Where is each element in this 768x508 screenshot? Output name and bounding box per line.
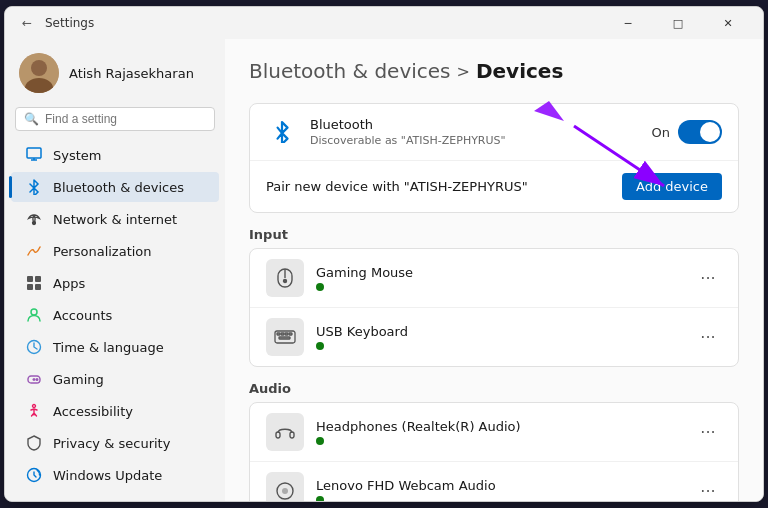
sidebar-item-apps[interactable]: Apps — [11, 268, 219, 298]
headphones-info: Headphones (Realtek(R) Audio) — [316, 419, 682, 445]
gaming-mouse-row: Gaming Mouse ··· — [250, 249, 738, 308]
window-controls: ─ □ ✕ — [605, 7, 751, 39]
add-device-action: Add device — [622, 173, 722, 200]
pair-text: Pair new device with "ATISH-ZEPHYRUS" — [266, 179, 610, 194]
sidebar-label-personalization: Personalization — [53, 244, 152, 259]
svg-point-11 — [31, 309, 37, 315]
svg-point-17 — [33, 405, 36, 408]
bluetooth-info: Bluetooth Discoverable as "ATISH-ZEPHYRU… — [310, 117, 640, 147]
sidebar-label-privacy: Privacy & security — [53, 436, 170, 451]
user-name: Atish Rajasekharan — [69, 66, 194, 81]
privacy-icon — [25, 434, 43, 452]
svg-rect-26 — [289, 333, 292, 335]
gaming-mouse-more-button[interactable]: ··· — [694, 264, 722, 292]
bluetooth-row: Bluetooth Discoverable as "ATISH-ZEPHYRU… — [250, 104, 738, 161]
svg-point-21 — [284, 280, 287, 283]
window-title: Settings — [45, 16, 94, 30]
input-section-label: Input — [249, 227, 739, 242]
headphones-status-dot — [316, 437, 324, 445]
bluetooth-subtitle: Discoverable as "ATISH-ZEPHYRUS" — [310, 134, 640, 147]
update-icon — [25, 466, 43, 484]
svg-point-6 — [33, 222, 36, 225]
sidebar-item-accounts[interactable]: Accounts — [11, 300, 219, 330]
sidebar-item-time[interactable]: Time & language — [11, 332, 219, 362]
sidebar-label-bluetooth: Bluetooth & devices — [53, 180, 184, 195]
gaming-icon — [25, 370, 43, 388]
headphones-name: Headphones (Realtek(R) Audio) — [316, 419, 682, 434]
bluetooth-icon — [25, 178, 43, 196]
apps-icon — [25, 274, 43, 292]
sidebar-item-update[interactable]: Windows Update — [11, 460, 219, 490]
sidebar-label-apps: Apps — [53, 276, 85, 291]
bluetooth-toggle-area: On — [652, 120, 722, 144]
webcam-audio-icon-box — [266, 472, 304, 501]
usb-keyboard-info: USB Keyboard — [316, 324, 682, 350]
svg-rect-7 — [27, 276, 33, 282]
svg-rect-8 — [35, 276, 41, 282]
sidebar-item-network[interactable]: Network & internet — [11, 204, 219, 234]
system-icon — [25, 146, 43, 164]
titlebar: ← Settings ─ □ ✕ — [5, 7, 763, 39]
close-button[interactable]: ✕ — [705, 7, 751, 39]
gaming-mouse-icon-box — [266, 259, 304, 297]
breadcrumb-current: Devices — [476, 59, 563, 83]
svg-point-31 — [282, 488, 288, 494]
bluetooth-card: Bluetooth Discoverable as "ATISH-ZEPHYRU… — [249, 103, 739, 213]
bluetooth-toggle[interactable] — [678, 120, 722, 144]
minimize-button[interactable]: ─ — [605, 7, 651, 39]
sidebar-item-privacy[interactable]: Privacy & security — [11, 428, 219, 458]
add-device-button[interactable]: Add device — [622, 173, 722, 200]
svg-rect-25 — [285, 333, 288, 335]
gaming-mouse-info: Gaming Mouse — [316, 265, 682, 291]
sidebar-label-accounts: Accounts — [53, 308, 112, 323]
search-box[interactable]: 🔍 — [15, 107, 215, 131]
sidebar-item-system[interactable]: System — [11, 140, 219, 170]
audio-card: Headphones (Realtek(R) Audio) ··· Lenovo… — [249, 402, 739, 501]
svg-rect-24 — [281, 333, 284, 335]
usb-keyboard-icon-box — [266, 318, 304, 356]
usb-keyboard-more-button[interactable]: ··· — [694, 323, 722, 351]
sidebar-label-time: Time & language — [53, 340, 164, 355]
svg-point-16 — [36, 379, 38, 381]
bluetooth-card-icon — [266, 116, 298, 148]
bluetooth-name: Bluetooth — [310, 117, 640, 132]
svg-rect-3 — [27, 148, 41, 158]
search-icon: 🔍 — [24, 112, 39, 126]
back-button[interactable]: ← — [17, 13, 37, 33]
sidebar-label-system: System — [53, 148, 101, 163]
svg-rect-9 — [27, 284, 33, 290]
search-input[interactable] — [45, 112, 206, 126]
sidebar-item-accessibility[interactable]: Accessibility — [11, 396, 219, 426]
content-area: Bluetooth & devices > Devices Bluetooth … — [225, 39, 763, 501]
webcam-audio-name: Lenovo FHD Webcam Audio — [316, 478, 682, 493]
sidebar-item-bluetooth[interactable]: Bluetooth & devices — [11, 172, 219, 202]
svg-point-1 — [31, 60, 47, 76]
settings-window: ← Settings ─ □ ✕ Atish Rajasekharan — [4, 6, 764, 502]
toggle-knob — [700, 122, 720, 142]
headphones-row: Headphones (Realtek(R) Audio) ··· — [250, 403, 738, 462]
webcam-audio-more-button[interactable]: ··· — [694, 477, 722, 501]
usb-keyboard-name: USB Keyboard — [316, 324, 682, 339]
bluetooth-status: On — [652, 125, 670, 140]
main-layout: Atish Rajasekharan 🔍 System Bluetooth & … — [5, 39, 763, 501]
network-icon — [25, 210, 43, 228]
usb-keyboard-status-dot — [316, 342, 324, 350]
sidebar-label-update: Windows Update — [53, 468, 162, 483]
svg-rect-10 — [35, 284, 41, 290]
personalization-icon — [25, 242, 43, 260]
headphones-icon-box — [266, 413, 304, 451]
pair-row: Pair new device with "ATISH-ZEPHYRUS" Ad… — [250, 161, 738, 212]
time-icon — [25, 338, 43, 356]
sidebar-label-gaming: Gaming — [53, 372, 104, 387]
sidebar-item-gaming[interactable]: Gaming — [11, 364, 219, 394]
input-card: Gaming Mouse ··· USB Keyboard ··· — [249, 248, 739, 367]
accessibility-icon — [25, 402, 43, 420]
gaming-mouse-status-dot — [316, 283, 324, 291]
sidebar-item-personalization[interactable]: Personalization — [11, 236, 219, 266]
maximize-button[interactable]: □ — [655, 7, 701, 39]
avatar — [19, 53, 59, 93]
headphones-more-button[interactable]: ··· — [694, 418, 722, 446]
usb-keyboard-row: USB Keyboard ··· — [250, 308, 738, 366]
breadcrumb-parent: Bluetooth & devices — [249, 59, 451, 83]
audio-section-label: Audio — [249, 381, 739, 396]
